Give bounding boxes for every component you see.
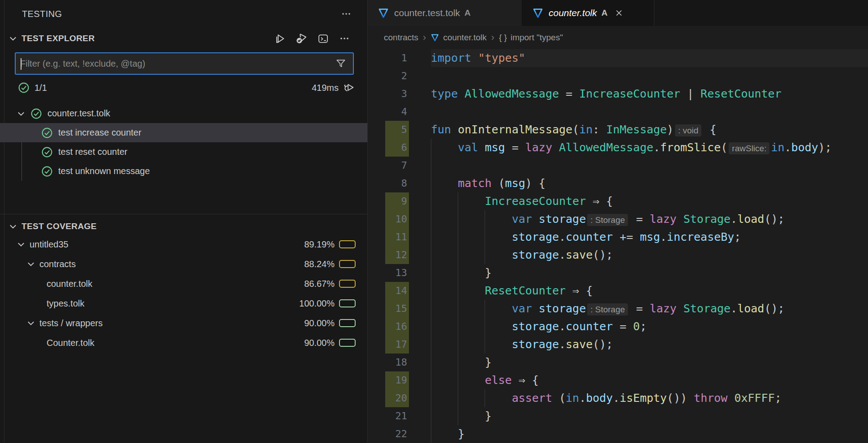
git-added-badge: A	[602, 8, 608, 18]
gutter[interactable]: 1	[368, 49, 409, 67]
code-token	[478, 141, 485, 154]
run-all-tests-button[interactable]	[272, 31, 288, 46]
test-item-label: test unknown message	[58, 166, 150, 176]
code-token: body	[586, 392, 613, 405]
test-item-label: counter.test.tolk	[47, 108, 110, 119]
gutter[interactable]: 10	[368, 210, 409, 228]
coverage-label: Counter.tolk	[47, 338, 95, 348]
code-token	[532, 213, 539, 226]
coverage-row-0[interactable]: untitled3589.19%	[0, 234, 367, 254]
code-token	[431, 284, 485, 297]
gutter[interactable]: 20	[368, 389, 409, 407]
code-token: .	[559, 248, 566, 261]
gutter[interactable]: 19	[368, 371, 409, 389]
gutter[interactable]: 15	[368, 300, 409, 318]
filter-options-button[interactable]	[333, 56, 348, 71]
gutter[interactable]: 16	[368, 318, 409, 336]
code-line-3: 3type AllowedMessage = IncreaseCounter |…	[368, 85, 868, 103]
gutter[interactable]: 11	[368, 228, 409, 246]
code-token: ⇒ {	[566, 284, 593, 297]
code-token: in	[579, 123, 593, 136]
gutter[interactable]: 17	[368, 336, 409, 354]
gutter[interactable]: 2	[368, 67, 409, 85]
code-editor[interactable]: 1import "types"23type AllowedMessage = I…	[368, 49, 868, 443]
code-content: storage.counter = 0;	[431, 318, 868, 336]
code-token: ;	[734, 230, 741, 243]
more-actions-button[interactable]	[339, 6, 354, 21]
code-token: .	[559, 320, 566, 333]
explorer-more-actions-button[interactable]	[337, 31, 352, 46]
run-with-coverage-button[interactable]	[294, 31, 309, 46]
chevron-down-icon	[16, 239, 26, 249]
breadcrumb-file[interactable]: counter.tolk	[443, 33, 486, 43]
code-content: storage.save();	[431, 246, 868, 264]
coverage-row-4[interactable]: tests / wrappers90.00%	[0, 313, 367, 333]
inlay-hint: : void	[675, 124, 701, 136]
code-token: storage	[512, 248, 559, 261]
filter-input[interactable]	[20, 59, 333, 69]
coverage-row-2[interactable]: counter.tolk86.67%	[0, 274, 367, 294]
coverage-label: tests / wrappers	[39, 318, 103, 328]
gutter[interactable]: 8	[368, 175, 409, 192]
panel-title: TESTING	[22, 9, 62, 19]
code-token: )	[667, 123, 674, 136]
git-added-badge: A	[464, 8, 471, 18]
test-coverage-header[interactable]: TEST COVERAGE	[0, 217, 367, 236]
gutter[interactable]: 7	[368, 157, 409, 175]
code-content: }	[431, 425, 868, 443]
code-token: :	[593, 123, 606, 136]
code-content: val msg = lazy AllowedMessage.fromSlice(…	[431, 139, 868, 157]
coverage-row-5[interactable]: Counter.tolk90.00%	[0, 333, 367, 353]
test-item-0[interactable]: counter.test.tolk	[0, 104, 367, 123]
line-number: 11	[395, 228, 408, 246]
code-token: (	[572, 123, 579, 136]
tolk-file-icon	[430, 33, 439, 42]
gutter[interactable]: 4	[368, 103, 409, 121]
code-token: ;	[640, 320, 647, 333]
code-token: (	[721, 141, 727, 154]
gutter[interactable]: 3	[368, 85, 409, 103]
gutter[interactable]: 22	[368, 425, 409, 443]
code-line-21: 21 }	[368, 407, 868, 425]
code-token: increaseBy	[667, 230, 735, 243]
code-content: storage.save();	[431, 336, 868, 354]
code-content: else ⇒ {	[431, 371, 868, 389]
code-content: assert (in.body.isEmpty()) throw 0xFFFF;	[431, 389, 868, 407]
panel-title-row: TESTING	[0, 0, 367, 28]
gutter[interactable]: 18	[368, 354, 409, 371]
gutter[interactable]: 6	[368, 139, 409, 157]
breadcrumb-symbol[interactable]: import "types"	[511, 33, 563, 43]
gutter[interactable]: 5	[368, 121, 409, 139]
gutter[interactable]: 13	[368, 264, 409, 282]
gutter[interactable]: 9	[368, 192, 409, 210]
code-token: .	[730, 213, 737, 226]
test-explorer-header[interactable]: TEST EXPLORER	[0, 29, 367, 48]
code-token: ();	[593, 338, 613, 351]
chevron-down-icon	[8, 222, 18, 231]
line-number: 12	[395, 246, 408, 264]
close-tab-button[interactable]	[614, 8, 624, 18]
tab-counter-test-tolk[interactable]: counter.test.tolk A	[368, 0, 522, 26]
gutter[interactable]: 12	[368, 246, 409, 264]
code-content	[431, 103, 868, 121]
code-content: fun onInternalMessage(in: InMessage): vo…	[431, 121, 868, 139]
breadcrumb-folder[interactable]: contracts	[384, 33, 418, 43]
code-token: .	[559, 338, 566, 351]
gutter[interactable]: 21	[368, 407, 409, 425]
code-token: assert	[512, 392, 552, 405]
test-item-1[interactable]: test increase counter	[0, 123, 367, 142]
test-item-3[interactable]: test unknown message	[0, 162, 367, 181]
code-token: val	[458, 141, 478, 154]
rerun-tests-button[interactable]	[341, 80, 357, 95]
code-token: .	[785, 141, 791, 154]
show-output-button[interactable]	[315, 31, 331, 46]
tab-counter-tolk[interactable]: counter.tolk A	[522, 0, 654, 26]
test-item-2[interactable]: test reset counter	[0, 142, 367, 162]
code-token: ;	[775, 392, 782, 405]
symbol-namespace-icon: { }	[499, 33, 507, 43]
code-line-8: 8 match (msg) {	[368, 175, 868, 192]
code-token	[431, 195, 485, 208]
coverage-row-1[interactable]: contracts88.24%	[0, 254, 367, 274]
coverage-row-3[interactable]: types.tolk100.00%	[0, 294, 367, 313]
gutter[interactable]: 14	[368, 282, 409, 300]
